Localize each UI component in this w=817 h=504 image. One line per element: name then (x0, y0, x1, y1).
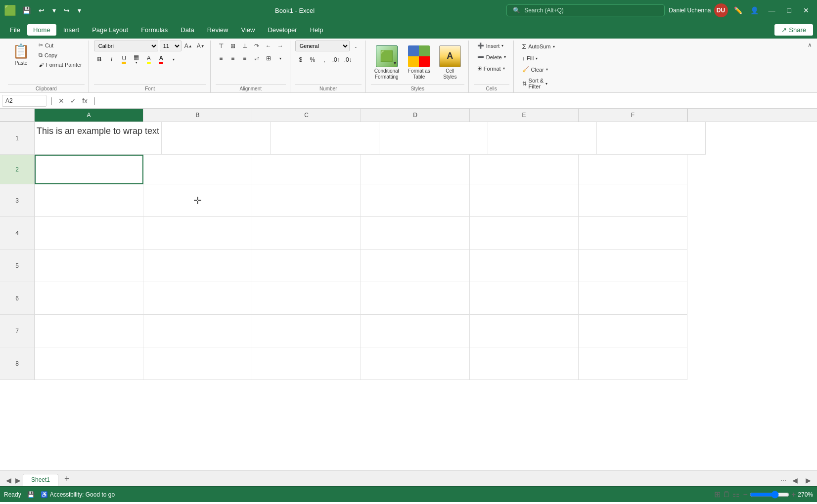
undo-button[interactable]: ↩ (37, 5, 46, 15)
menu-help[interactable]: Help (304, 24, 329, 36)
menu-view[interactable]: View (235, 24, 261, 36)
merge-dropdown-button[interactable]: ▾ (275, 53, 286, 64)
person-icon[interactable]: 👤 (748, 5, 761, 15)
cell-d4[interactable] (361, 217, 470, 250)
col-header-a[interactable]: A (35, 109, 143, 122)
menu-insert[interactable]: Insert (57, 24, 86, 36)
cut-button[interactable]: ✂ Cut (36, 41, 85, 50)
cell-b5[interactable] (143, 250, 252, 282)
share-button[interactable]: ↗ Share (774, 24, 813, 36)
name-box[interactable] (2, 95, 46, 107)
bold-button[interactable]: B (94, 54, 105, 65)
align-left-button[interactable]: ≡ (216, 53, 227, 64)
scroll-sheets-right-button[interactable]: ▶ (804, 474, 813, 486)
maximize-button[interactable]: □ (783, 4, 795, 16)
close-button[interactable]: ✕ (799, 4, 813, 16)
zoom-in-button[interactable]: + (791, 490, 796, 499)
wrap-text-button[interactable]: ⇌ (251, 53, 262, 64)
cell-a1[interactable]: This is an example to wrap text (35, 122, 162, 155)
cell-d8[interactable] (361, 347, 470, 380)
sheet-nav-prev-button[interactable]: ◀ (4, 474, 13, 486)
increase-decimal-button[interactable]: .0↑ (331, 54, 342, 65)
cell-styles-button[interactable]: A CellStyles (436, 43, 464, 83)
col-header-f[interactable]: F (579, 109, 687, 122)
cell-a8[interactable] (35, 347, 143, 380)
underline-button[interactable]: U (119, 54, 130, 65)
page-break-view-button[interactable]: ⚏ (732, 490, 739, 499)
font-family-select[interactable]: Calibri Arial Times New Roman (94, 41, 158, 51)
scroll-sheets-left-button[interactable]: ◀ (790, 474, 800, 486)
cell-f1[interactable] (597, 122, 706, 155)
cell-f3[interactable] (579, 184, 687, 217)
confirm-formula-button[interactable]: ✓ (68, 96, 78, 106)
cell-d6[interactable] (361, 282, 470, 315)
redo-button[interactable]: ↪ (62, 5, 72, 15)
conditional-formatting-button[interactable]: 🟩 ▾ ConditionalFormatting (371, 43, 403, 83)
page-layout-view-button[interactable]: 🗒 (723, 490, 730, 499)
font-size-select[interactable]: 8910 111214 (160, 41, 182, 51)
cell-b3[interactable]: ✛ (143, 184, 252, 217)
fill-button[interactable]: ↓ Fill ▾ (519, 53, 542, 63)
row-header-1[interactable]: 1 (0, 122, 35, 155)
accounting-format-button[interactable]: $ (295, 54, 306, 65)
cell-b2[interactable] (143, 155, 252, 184)
row-header-4[interactable]: 4 (0, 217, 35, 250)
cell-e5[interactable] (470, 250, 579, 282)
col-header-c[interactable]: C (252, 109, 361, 122)
percent-button[interactable]: % (307, 54, 318, 65)
cell-d2[interactable] (361, 155, 470, 184)
font-grow-button[interactable]: A▲ (183, 41, 194, 51)
font-shrink-button[interactable]: A▼ (195, 41, 206, 51)
cell-f8[interactable] (579, 347, 687, 380)
menu-page-layout[interactable]: Page Layout (86, 24, 134, 36)
row-header-5[interactable]: 5 (0, 250, 35, 282)
cell-c4[interactable] (252, 217, 361, 250)
align-top-button[interactable]: ⊤ (216, 41, 227, 51)
cell-a3[interactable] (35, 184, 143, 217)
row-header-6[interactable]: 6 (0, 282, 35, 315)
row-header-8[interactable]: 8 (0, 347, 35, 380)
cell-d5[interactable] (361, 250, 470, 282)
cell-c6[interactable] (252, 282, 361, 315)
cell-a2[interactable] (35, 155, 143, 184)
cell-d1[interactable] (379, 122, 488, 155)
insert-function-button[interactable]: fx (80, 96, 90, 106)
col-header-d[interactable]: D (361, 109, 470, 122)
zoom-range[interactable] (750, 491, 789, 499)
format-cells-button[interactable]: ⊞ Format ▾ (474, 63, 508, 74)
cell-a6[interactable] (35, 282, 143, 315)
cell-c2[interactable] (252, 155, 361, 184)
font-color-button[interactable]: A (156, 54, 167, 65)
cell-c1[interactable] (271, 122, 379, 155)
search-box[interactable]: 🔍 Search (Alt+Q) (506, 4, 665, 16)
italic-button[interactable]: I (106, 54, 117, 65)
decrease-decimal-button[interactable]: .0↓ (343, 54, 354, 65)
save-button[interactable]: 💾 (20, 5, 33, 15)
cell-a7[interactable] (35, 315, 143, 347)
row-header-3[interactable]: 3 (0, 184, 35, 217)
align-center-button[interactable]: ≡ (227, 53, 238, 64)
cell-e8[interactable] (470, 347, 579, 380)
cell-f5[interactable] (579, 250, 687, 282)
number-format-expand[interactable]: ⌄ (351, 42, 362, 52)
indent-increase-button[interactable]: → (275, 41, 286, 51)
row-header-2[interactable]: 2 (0, 155, 35, 184)
minimize-button[interactable]: — (765, 4, 779, 16)
menu-file[interactable]: File (4, 24, 26, 36)
copy-button[interactable]: ⧉ Copy (36, 50, 85, 60)
align-bottom-button[interactable]: ⊥ (239, 41, 250, 51)
cell-e4[interactable] (470, 217, 579, 250)
cell-f6[interactable] (579, 282, 687, 315)
menu-review[interactable]: Review (201, 24, 234, 36)
font-color-dropdown[interactable]: ▾ (168, 54, 179, 65)
cell-d3[interactable] (361, 184, 470, 217)
menu-data[interactable]: Data (175, 24, 200, 36)
zoom-out-button[interactable]: − (743, 490, 748, 499)
customize-qat-button[interactable]: ▾ (76, 5, 83, 15)
normal-view-button[interactable]: ⊞ (714, 490, 721, 499)
cell-c7[interactable] (252, 315, 361, 347)
cell-b7[interactable] (143, 315, 252, 347)
cell-b8[interactable] (143, 347, 252, 380)
clear-button[interactable]: 🧹 Clear ▾ (519, 64, 551, 75)
sheet-tab-sheet1[interactable]: Sheet1 (23, 474, 58, 486)
